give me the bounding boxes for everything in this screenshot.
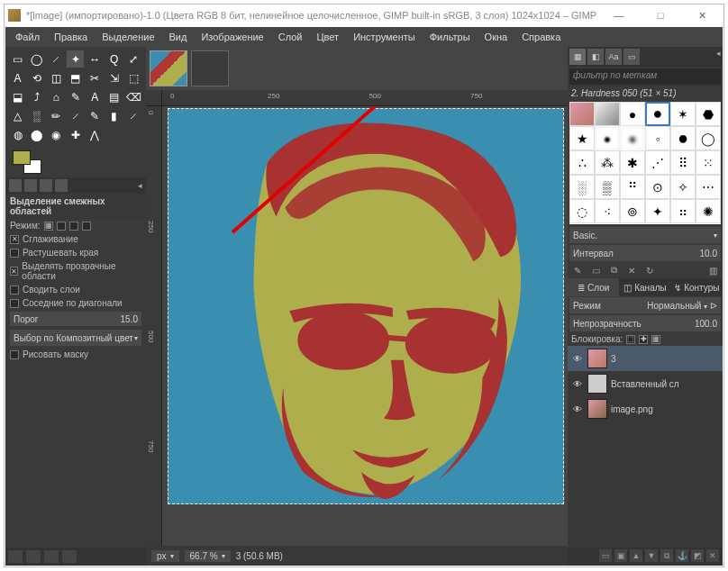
ruler-corner[interactable]	[146, 90, 162, 106]
tab-menu-arrow-icon[interactable]: ◂	[138, 181, 142, 190]
brush-thumb[interactable]: ⠶	[670, 199, 696, 223]
lock-position-icon[interactable]: ✚	[639, 335, 648, 344]
brush-thumb[interactable]: ✦	[645, 199, 670, 223]
menu-select[interactable]: Выделение	[96, 30, 160, 44]
unit-selector[interactable]: px▾	[151, 550, 179, 562]
brush-thumb[interactable]: ●	[595, 126, 620, 150]
history-tab-icon[interactable]: ▭	[623, 49, 640, 65]
tool-button[interactable]: ⬒	[67, 69, 84, 86]
brush-thumb[interactable]: ⋯	[696, 175, 721, 199]
tool-button[interactable]: ▮	[105, 107, 123, 124]
tool-options-tab-icon[interactable]	[9, 179, 22, 192]
open-as-image-icon[interactable]: ▥	[706, 264, 719, 276]
tool-button[interactable]: ⟋	[67, 107, 84, 124]
tool-button[interactable]: ⟋	[48, 50, 65, 68]
sample-merged-checkbox[interactable]: Сводить слои	[5, 283, 146, 296]
menu-edit[interactable]: Правка	[48, 30, 94, 44]
brush-thumb[interactable]: ⬣	[696, 102, 721, 126]
tool-button[interactable]: ↔	[86, 50, 104, 68]
tool-button[interactable]: ░	[28, 107, 45, 124]
mode-replace-icon[interactable]: ▦	[44, 222, 53, 231]
tool-button[interactable]: ✏	[48, 107, 65, 124]
zoom-selector[interactable]: 66.7 %▾	[185, 550, 231, 562]
mask-button[interactable]: ◩	[691, 549, 704, 562]
antialias-checkbox[interactable]: ✕Сглаживание	[5, 232, 146, 246]
blend-mode-select[interactable]: РежимНормальный ▾ ᐅ	[569, 297, 721, 313]
brush-thumb[interactable]: ⊚	[620, 199, 645, 223]
paths-tab[interactable]: ↯Контуры	[671, 278, 723, 296]
menu-layer[interactable]: Слой	[272, 30, 309, 44]
tool-button[interactable]: ⇲	[105, 69, 123, 86]
brush-thumb[interactable]: ●	[645, 102, 670, 126]
visibility-toggle-icon[interactable]: 👁	[571, 404, 584, 414]
save-preset-button[interactable]	[8, 550, 23, 563]
brush-thumb[interactable]: ●	[670, 126, 696, 150]
brush-preset-select[interactable]: Basic.▾	[569, 227, 721, 243]
tool-button[interactable]: ▭	[9, 50, 26, 68]
brush-thumb[interactable]: ⋰	[645, 150, 670, 175]
merge-down-button[interactable]: ⚓	[676, 549, 688, 562]
color-swatches[interactable]	[13, 150, 41, 174]
brush-thumb[interactable]: ⁂	[595, 150, 620, 175]
brush-grid[interactable]: ● ● ✶ ⬣ ★ ● ● ◦ ● ◯ ∴ ⁂ ✱ ⋰ ⠿ ⁙ ░	[569, 102, 721, 224]
restore-preset-button[interactable]	[26, 550, 41, 563]
layer-row[interactable]: 👁 Вставленный сл	[568, 371, 723, 396]
menu-windows[interactable]: Окна	[478, 30, 514, 44]
tool-button[interactable]: ⌫	[125, 88, 142, 105]
close-button[interactable]: ✕	[689, 7, 714, 23]
tool-button[interactable]: ⟲	[28, 69, 45, 86]
image-tab-2[interactable]	[191, 50, 229, 86]
layer-thumbnail[interactable]	[587, 399, 607, 419]
tool-button[interactable]: ◍	[9, 126, 26, 143]
tool-button[interactable]: ◉	[48, 126, 65, 143]
new-brush-icon[interactable]: ▭	[589, 264, 602, 276]
brush-thumb[interactable]: ✶	[670, 102, 696, 126]
menu-file[interactable]: Файл	[9, 30, 46, 44]
duplicate-layer-button[interactable]: ⧉	[660, 549, 673, 562]
draw-mask-checkbox[interactable]: Рисовать маску	[5, 348, 146, 361]
maximize-button[interactable]: □	[648, 7, 673, 23]
tool-button[interactable]: A	[9, 69, 26, 86]
lock-pixels-icon[interactable]: ⬚	[626, 335, 635, 344]
brush-thumb[interactable]: ▒	[595, 175, 620, 199]
tool-button[interactable]: ◫	[48, 69, 65, 86]
tool-button[interactable]: ⤢	[125, 50, 142, 68]
brush-thumb[interactable]	[569, 102, 595, 126]
tool-button[interactable]: Q	[105, 50, 123, 68]
raise-layer-button[interactable]: ▲	[630, 549, 642, 562]
delete-brush-icon[interactable]: ✕	[625, 264, 638, 276]
menu-view[interactable]: Вид	[163, 30, 194, 44]
layer-name[interactable]: 3	[611, 354, 616, 364]
brush-thumb[interactable]: ★	[569, 126, 595, 150]
brush-thumb[interactable]: ◌	[569, 199, 595, 223]
visibility-toggle-icon[interactable]: 👁	[571, 379, 584, 389]
canvas[interactable]	[168, 108, 564, 504]
tool-button[interactable]: ⤴	[28, 88, 45, 105]
opacity-slider[interactable]: Непрозрачность100.0	[569, 315, 721, 331]
minimize-button[interactable]: —	[606, 7, 632, 23]
tool-button[interactable]: ▤	[105, 88, 123, 105]
mode-subtract-icon[interactable]	[69, 222, 78, 231]
undo-history-tab-icon[interactable]	[40, 179, 52, 192]
tool-button[interactable]: ✎	[67, 88, 84, 105]
tool-button[interactable]: ✦	[67, 50, 84, 68]
foreground-color-swatch[interactable]	[13, 150, 31, 165]
layer-name[interactable]: Вставленный сл	[611, 379, 679, 389]
brush-thumb[interactable]: ⁖	[595, 199, 620, 223]
delete-preset-button[interactable]	[44, 550, 59, 563]
fonts-tab-icon[interactable]: Aa	[605, 49, 622, 65]
diagonal-checkbox[interactable]: Соседние по диагонали	[5, 296, 146, 310]
tool-button[interactable]: ✎	[86, 107, 104, 124]
tool-button[interactable]: ⬤	[28, 126, 45, 143]
brush-thumb[interactable]: ⠿	[670, 150, 696, 175]
mode-add-icon[interactable]	[57, 222, 66, 231]
brush-thumb[interactable]: ●	[620, 126, 645, 150]
channels-tab[interactable]: ◫Каналы	[619, 278, 670, 296]
brush-thumb[interactable]: ⁙	[696, 150, 721, 175]
brushes-tab-icon[interactable]: ▦	[569, 49, 586, 65]
new-layer-button[interactable]: ▭	[599, 549, 612, 562]
brush-thumb[interactable]: ◦	[645, 126, 670, 150]
brush-thumb[interactable]: ✧	[670, 175, 696, 199]
patterns-tab-icon[interactable]: ◧	[587, 49, 604, 65]
tool-button[interactable]: ✂	[86, 69, 104, 86]
